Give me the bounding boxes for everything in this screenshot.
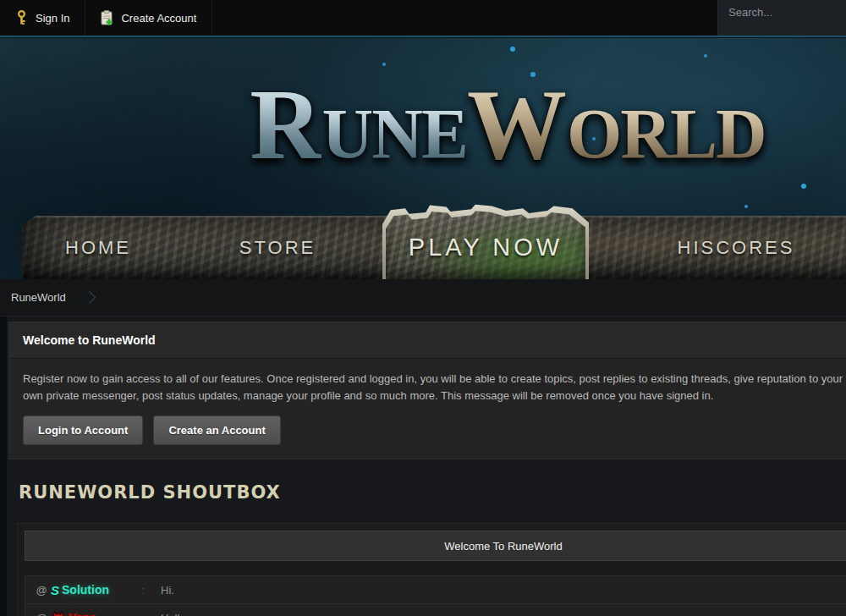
s-rank-icon: S <box>51 583 59 597</box>
breadcrumb: RuneWorld <box>0 279 846 316</box>
nav-item-store[interactable]: STORE <box>239 216 316 279</box>
shoutbox-heading: RUNEWORLD SHOUTBOX <box>19 482 846 503</box>
site-banner: RUNEWORLD HOME STORE PLAY NOW HISCORES <box>0 36 846 279</box>
shoutbox-header-title: Welcome To RuneWorld <box>444 540 562 553</box>
create-account-label: Create Account <box>121 12 196 25</box>
login-to-account-button[interactable]: Login to Account <box>23 415 143 445</box>
shout-message-row: @ Vape : Hello <box>25 604 846 616</box>
nav-item-home[interactable]: HOME <box>65 216 131 279</box>
breadcrumb-root-link[interactable]: RuneWorld <box>11 291 66 304</box>
nav-item-hiscores[interactable]: HISCORES <box>678 216 795 279</box>
create-an-account-button[interactable]: Create an Account <box>153 415 280 445</box>
demon-icon <box>51 611 66 616</box>
banner-sparkle-dots <box>0 36 3 39</box>
shout-message-text: Hello <box>161 612 186 616</box>
welcome-panel-body: Register now to gain access to all of ou… <box>9 359 846 459</box>
search-input[interactable] <box>718 0 846 36</box>
key-icon <box>15 10 28 25</box>
username-link[interactable]: Vape <box>69 611 96 616</box>
colon-separator: : <box>132 584 154 597</box>
shoutbox-message-list: @ S Solution : Hi. @ <box>25 575 846 616</box>
shout-user-solution[interactable]: S Solution <box>51 583 132 597</box>
welcome-panel-text: Register now to gain access to all of ou… <box>23 371 846 404</box>
shout-message-row: @ S Solution : Hi. <box>25 576 846 604</box>
chevron-right-icon <box>83 291 96 305</box>
shoutbox-panel: Welcome To RuneWorld @ S Solution : Hi. … <box>17 523 846 616</box>
search-box <box>717 0 846 36</box>
page-wrapper: RUNEWORLD HOME STORE PLAY NOW HISCORES R… <box>0 36 846 616</box>
create-account-button[interactable]: Create Account <box>85 0 212 36</box>
runeworld-logo: RUNEWORLD <box>250 58 765 202</box>
main-navigation: HOME STORE PLAY NOW HISCORES <box>0 216 846 279</box>
username-link[interactable]: Solution <box>62 583 109 597</box>
shoutbox-header: Welcome To RuneWorld <box>25 531 846 561</box>
sign-in-label: Sign In <box>36 12 69 25</box>
main-content: Welcome to RuneWorld Register now to gai… <box>7 316 846 616</box>
welcome-panel-header: Welcome to RuneWorld <box>9 322 846 359</box>
nav-item-play-now[interactable]: PLAY NOW <box>409 216 563 279</box>
sign-in-button[interactable]: Sign In <box>0 0 85 36</box>
at-icon: @ <box>32 612 51 616</box>
welcome-panel: Welcome to RuneWorld Register now to gai… <box>8 322 846 459</box>
colon-separator: : <box>132 612 154 616</box>
clipboard-plus-icon <box>101 10 113 25</box>
logo-text: R <box>250 69 321 180</box>
at-icon: @ <box>32 584 51 597</box>
top-bar: Sign In Create Account <box>0 0 846 36</box>
shout-user-vape[interactable]: Vape <box>51 611 132 616</box>
welcome-panel-title: Welcome to RuneWorld <box>23 333 846 347</box>
shout-message-text: Hi. <box>161 584 174 597</box>
